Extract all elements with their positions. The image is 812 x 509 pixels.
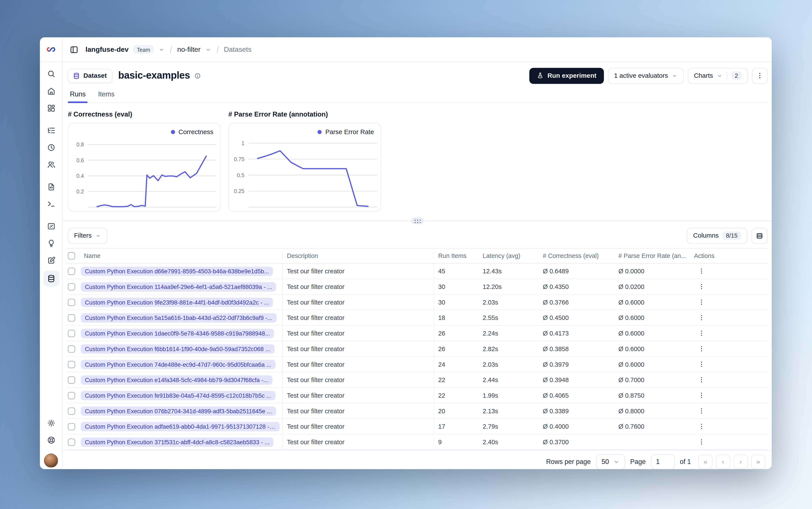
- cell-latency: 2.40s: [479, 435, 539, 449]
- page-number-input[interactable]: [651, 454, 675, 469]
- row-checkbox[interactable]: [68, 392, 75, 399]
- table-row[interactable]: Custom Python Execution 1daec0f9-5e78-43…: [66, 326, 768, 341]
- row-checkbox[interactable]: [68, 376, 75, 383]
- row-actions-button[interactable]: [690, 419, 768, 434]
- column-header-name[interactable]: Name: [80, 252, 283, 259]
- row-checkbox[interactable]: [68, 314, 75, 321]
- sidebar-item-tracing tracing-icon[interactable]: [44, 124, 58, 137]
- row-checkbox[interactable]: [68, 330, 75, 337]
- row-actions-button[interactable]: [690, 310, 768, 325]
- sidebar-item-support support-icon[interactable]: [44, 433, 58, 447]
- run-name-link[interactable]: Custom Python Execution f6bb1614-1f90-40…: [81, 344, 274, 353]
- column-header-correctness[interactable]: # Correctness (eval): [539, 252, 614, 259]
- row-actions-button[interactable]: [690, 295, 768, 309]
- table-row[interactable]: Custom Python Execution adfae619-abb0-4d…: [66, 419, 768, 435]
- row-checkbox[interactable]: [68, 268, 75, 275]
- sidebar-item-prompts prompts-icon[interactable]: [44, 180, 58, 194]
- breadcrumb-section[interactable]: Datasets: [224, 45, 251, 53]
- breadcrumb-project[interactable]: no-filter: [177, 45, 201, 53]
- run-name-link[interactable]: Custom Python Execution 74de488e-ec9d-47…: [81, 360, 275, 369]
- run-name-link[interactable]: Custom Python Execution adfae619-abb0-4d…: [81, 422, 280, 431]
- sidebar-item-lightbulb lightbulb-icon[interactable]: [44, 237, 58, 250]
- column-header-description[interactable]: Description: [283, 252, 434, 259]
- rows-per-page-select[interactable]: 50: [596, 454, 625, 469]
- sidebar-item-annotation annotation-icon[interactable]: [44, 253, 58, 267]
- row-checkbox[interactable]: [68, 345, 75, 352]
- sidebar-item-home home-icon[interactable]: [44, 84, 58, 98]
- sidebar-item-settings settings-icon[interactable]: [44, 416, 58, 430]
- breadcrumb-org[interactable]: langfuse-dev: [86, 45, 129, 53]
- last-page-button[interactable]: »: [751, 454, 766, 469]
- row-actions-button[interactable]: [690, 435, 768, 449]
- prev-page-button[interactable]: ‹: [716, 454, 730, 469]
- langfuse-logo[interactable]: [40, 37, 63, 62]
- table-row[interactable]: Custom Python Execution 74de488e-ec9d-47…: [66, 357, 768, 372]
- row-actions-button[interactable]: [690, 326, 768, 341]
- table-row[interactable]: Custom Python Execution 371f531c-abff-4d…: [66, 435, 768, 450]
- sidebar-item-dashboard dashboard-icon[interactable]: [44, 102, 58, 115]
- row-height-button[interactable]: [751, 228, 768, 244]
- sidebar-item-users users-icon[interactable]: [44, 158, 58, 171]
- table-row[interactable]: Custom Python Execution e14fa348-5cfc-49…: [66, 372, 768, 388]
- row-checkbox[interactable]: [68, 283, 75, 290]
- first-page-button[interactable]: «: [698, 454, 713, 469]
- filters-button[interactable]: Filters: [68, 228, 107, 244]
- row-actions-button[interactable]: [690, 403, 768, 418]
- chevron-down-icon[interactable]: [205, 46, 211, 53]
- row-checkbox[interactable]: [68, 407, 75, 414]
- row-actions-button[interactable]: [690, 264, 768, 278]
- info-icon[interactable]: [194, 72, 201, 79]
- active-evaluators-button[interactable]: 1 active evaluators: [608, 68, 683, 83]
- column-header-run-items[interactable]: Run Items: [434, 252, 479, 259]
- pager-buttons: « ‹ › »: [698, 454, 766, 469]
- sidebar-item-sessions sessions-icon[interactable]: [44, 141, 58, 154]
- sidebar-toggle-icon[interactable]: [69, 45, 79, 54]
- sidebar-item-scores scores-icon[interactable]: [44, 219, 58, 233]
- row-actions-button[interactable]: [690, 279, 768, 294]
- user-avatar[interactable]: [44, 453, 58, 468]
- table-row[interactable]: Custom Python Execution 114aa9ef-29e6-4e…: [66, 279, 768, 295]
- database-icon: [73, 72, 80, 79]
- run-name-link[interactable]: Custom Python Execution fe91b83e-04a5-47…: [81, 391, 275, 400]
- sidebar-item-search search-icon[interactable]: [44, 67, 58, 81]
- run-name-link[interactable]: Custom Python Execution e14fa348-5cfc-49…: [81, 375, 272, 384]
- table-row[interactable]: Custom Python Execution 5a15a616-1bab-44…: [66, 310, 768, 326]
- run-name-link[interactable]: Custom Python Execution 5a15a616-1bab-44…: [81, 313, 276, 322]
- run-name-link[interactable]: Custom Python Execution d66e7991-8595-45…: [81, 266, 273, 276]
- row-checkbox[interactable]: [68, 438, 75, 445]
- run-experiment-button[interactable]: Run experiment: [529, 68, 604, 83]
- run-name-link[interactable]: Custom Python Execution 371f531c-abff-4d…: [81, 437, 274, 447]
- cell-run-items: 22: [434, 388, 479, 403]
- main-content: Dataset basic-examples Run experiment 1 …: [63, 62, 772, 469]
- sidebar-item-playground playground-icon[interactable]: [44, 197, 58, 211]
- table-row[interactable]: Custom Python Execution 9fe23f98-881e-44…: [66, 295, 768, 310]
- more-options-button[interactable]: [752, 68, 768, 83]
- resize-grip-handle[interactable]: [411, 217, 423, 224]
- row-actions-button[interactable]: [690, 341, 768, 356]
- table-row[interactable]: Custom Python Execution d66e7991-8595-45…: [66, 264, 768, 279]
- chevron-down-icon[interactable]: [158, 46, 165, 53]
- row-actions-button[interactable]: [690, 388, 768, 403]
- row-checkbox[interactable]: [68, 299, 75, 306]
- table-row[interactable]: Custom Python Execution 076b2704-341d-48…: [66, 403, 768, 419]
- row-actions-button[interactable]: [690, 372, 768, 387]
- row-actions-button[interactable]: [690, 357, 768, 372]
- run-name-link[interactable]: Custom Python Execution 076b2704-341d-48…: [81, 406, 276, 415]
- next-page-button[interactable]: ›: [733, 454, 748, 469]
- run-name-link[interactable]: Custom Python Execution 1daec0f9-5e78-43…: [81, 329, 274, 338]
- row-checkbox[interactable]: [68, 423, 75, 430]
- tab-runs[interactable]: Runs: [69, 90, 87, 102]
- columns-button[interactable]: Columns 8/15: [687, 228, 747, 244]
- cell-parse-error-rate: Ø 0.0000: [614, 264, 690, 278]
- run-name-link[interactable]: Custom Python Execution 114aa9ef-29e6-4e…: [81, 282, 276, 291]
- run-name-link[interactable]: Custom Python Execution 9fe23f98-881e-44…: [81, 297, 273, 307]
- row-checkbox[interactable]: [68, 361, 75, 368]
- column-header-latency[interactable]: Latency (avg): [479, 252, 539, 259]
- sidebar-item-datasets datasets-icon[interactable]: [43, 271, 59, 286]
- select-all-checkbox[interactable]: [68, 252, 75, 259]
- table-row[interactable]: Custom Python Execution fe91b83e-04a5-47…: [66, 388, 768, 404]
- charts-toggle-button[interactable]: Charts 2: [688, 68, 748, 83]
- tab-items[interactable]: Items: [97, 90, 116, 102]
- column-header-parse-error-rate[interactable]: # Parse Error Rate (an...: [614, 252, 690, 259]
- table-row[interactable]: Custom Python Execution f6bb1614-1f90-40…: [66, 341, 768, 357]
